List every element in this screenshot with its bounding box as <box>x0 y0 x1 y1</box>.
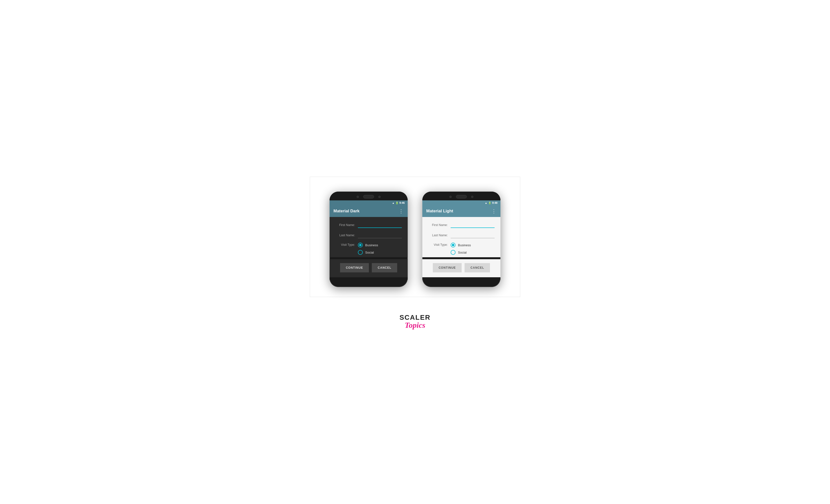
light-screen: First Name: Last Name: Visit Type: Busin… <box>422 217 501 257</box>
light-first-name-label: First Name: <box>428 223 448 227</box>
dark-visit-type-label: Visit Type: <box>336 243 355 246</box>
dark-phone-bottom <box>329 277 408 280</box>
light-visit-type-row: Visit Type: Business Social <box>428 243 494 257</box>
dark-menu-icon[interactable]: ⋮ <box>398 208 404 214</box>
dark-radio-social-label: Social <box>365 251 374 254</box>
scaler-logo-text: SCALER <box>400 314 430 321</box>
dark-radio-business[interactable]: Business <box>358 243 378 247</box>
light-last-name-input[interactable] <box>451 232 494 238</box>
light-camera-dot-2 <box>471 196 473 198</box>
light-phone-bottom <box>422 277 501 280</box>
light-time: 9:48 <box>492 201 498 204</box>
dark-battery-icon: 🔋 <box>395 202 398 204</box>
light-last-name-row: Last Name: <box>428 232 494 238</box>
light-first-name-row: First Name: <box>428 222 494 228</box>
phones-container: ▲ 🔋 9:46 Material Dark ⋮ First Name: Las… <box>310 177 520 297</box>
light-radio-social-label: Social <box>458 251 467 254</box>
light-radio-group: Business Social <box>451 243 471 257</box>
dark-app-title: Material Dark <box>333 209 359 213</box>
dark-camera-dot-2 <box>378 196 381 198</box>
light-speaker-grille <box>456 195 467 198</box>
dark-continue-button[interactable]: CONTINUE <box>340 263 369 272</box>
dark-last-name-row: Last Name: <box>336 232 402 238</box>
light-camera-dot <box>449 196 452 198</box>
light-buttons-row: CONTINUE CANCEL <box>422 259 501 277</box>
dark-radio-business-circle[interactable] <box>358 243 363 247</box>
dark-status-bar: ▲ 🔋 9:46 <box>329 200 408 205</box>
dark-buttons-row: CONTINUE CANCEL <box>329 259 408 277</box>
light-app-bar: Material Light ⋮ <box>422 205 501 217</box>
light-radio-social[interactable]: Social <box>451 250 471 255</box>
light-last-name-label: Last Name: <box>428 234 448 237</box>
dark-time: 9:46 <box>400 201 405 204</box>
light-cancel-button[interactable]: CANCEL <box>465 263 490 272</box>
light-radio-social-circle[interactable] <box>451 250 455 255</box>
dark-camera-dot <box>357 196 359 198</box>
light-radio-business-circle[interactable] <box>451 243 455 247</box>
light-visit-type-label: Visit Type: <box>428 243 448 246</box>
dark-phone: ▲ 🔋 9:46 Material Dark ⋮ First Name: Las… <box>329 192 408 287</box>
dark-cancel-button[interactable]: CANCEL <box>372 263 397 272</box>
light-menu-icon[interactable]: ⋮ <box>491 208 497 214</box>
dark-last-name-input[interactable] <box>358 232 402 238</box>
dark-radio-social[interactable]: Social <box>358 250 378 255</box>
light-radio-business-label: Business <box>458 243 471 247</box>
dark-signal-icon: ▲ <box>392 202 394 204</box>
dark-last-name-label: Last Name: <box>336 234 355 237</box>
light-signal-icon: ▲ <box>485 202 487 204</box>
dark-phone-top-bar <box>329 192 408 200</box>
logo-section: SCALER Topics <box>400 314 430 330</box>
light-phone-top-bar <box>422 192 501 200</box>
dark-speaker-grille <box>363 195 374 198</box>
dark-screen: First Name: Last Name: Visit Type: Busin… <box>329 217 408 257</box>
dark-first-name-row: First Name: <box>336 222 402 228</box>
light-first-name-input[interactable] <box>451 222 494 228</box>
dark-first-name-input[interactable] <box>358 222 402 228</box>
light-app-title: Material Light <box>426 209 453 213</box>
dark-app-bar: Material Dark ⋮ <box>329 205 408 217</box>
dark-radio-business-label: Business <box>365 243 378 247</box>
dark-first-name-label: First Name: <box>336 223 355 227</box>
topics-logo-text: Topics <box>405 321 425 330</box>
light-battery-icon: 🔋 <box>488 202 491 204</box>
light-radio-business[interactable]: Business <box>451 243 471 247</box>
dark-visit-type-row: Visit Type: Business Social <box>336 243 402 257</box>
light-phone: ▲ 🔋 9:48 Material Light ⋮ First Name: La… <box>422 192 501 287</box>
dark-radio-social-circle[interactable] <box>358 250 363 255</box>
light-status-bar: ▲ 🔋 9:48 <box>422 200 501 205</box>
light-continue-button[interactable]: CONTINUE <box>433 263 462 272</box>
dark-radio-group: Business Social <box>358 243 378 257</box>
